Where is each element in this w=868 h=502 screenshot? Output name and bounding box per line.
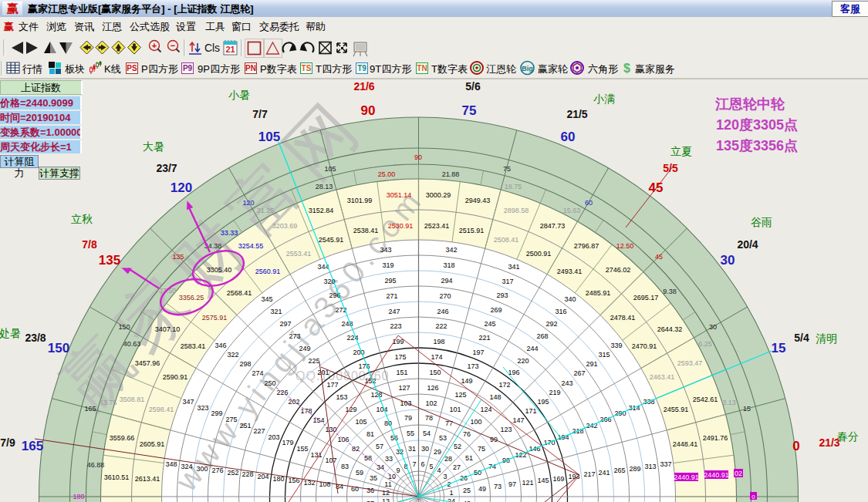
svg-text:春分: 春分 [837, 430, 859, 443]
svg-text:2568.41: 2568.41 [227, 289, 252, 297]
svg-text:21: 21 [225, 45, 235, 54]
svg-text:169: 169 [552, 475, 564, 483]
svg-text:251: 251 [239, 422, 251, 430]
svg-text:2485.91: 2485.91 [586, 289, 611, 297]
svg-text:5: 5 [429, 463, 433, 470]
svg-text:28: 28 [444, 455, 452, 463]
svg-text:147: 147 [512, 416, 524, 424]
svg-text:2583.41: 2583.41 [181, 342, 206, 350]
svg-text:244: 244 [526, 345, 538, 352]
svg-text:3407.10: 3407.10 [155, 325, 181, 333]
svg-text:148: 148 [489, 393, 501, 401]
svg-text:324: 324 [181, 463, 192, 470]
svg-text:97: 97 [508, 480, 516, 488]
svg-text:337: 337 [660, 460, 671, 468]
svg-text:150: 150 [48, 341, 69, 355]
svg-text:60: 60 [351, 485, 359, 493]
svg-text:346: 346 [214, 342, 226, 349]
svg-text:2644.32: 2644.32 [657, 325, 683, 333]
svg-text:−: − [171, 41, 175, 50]
svg-text:2463.41: 2463.41 [650, 373, 675, 381]
svg-text:谷雨: 谷雨 [751, 216, 772, 228]
svg-text:02: 02 [735, 470, 742, 477]
svg-text:323: 323 [197, 404, 208, 412]
svg-text:55: 55 [407, 430, 414, 437]
svg-text:271: 271 [386, 292, 397, 300]
svg-text:297: 297 [279, 320, 291, 328]
svg-text:54: 54 [423, 430, 431, 437]
svg-text:107: 107 [325, 457, 336, 464]
svg-text:318: 318 [443, 261, 454, 269]
svg-text:3000.29: 3000.29 [426, 191, 451, 199]
svg-text:3508.81: 3508.81 [120, 396, 145, 403]
svg-text:124: 124 [480, 406, 491, 413]
svg-text:23/7: 23/7 [156, 162, 177, 174]
svg-text:Cls: Cls [204, 42, 220, 54]
svg-text:PN: PN [245, 64, 256, 72]
svg-text:340: 340 [564, 295, 576, 303]
svg-text:131: 131 [310, 451, 322, 459]
svg-text:46.88: 46.88 [87, 461, 105, 469]
svg-text:7: 7 [412, 460, 416, 468]
svg-text:268: 268 [536, 332, 548, 340]
svg-text:2455.91: 2455.91 [664, 406, 689, 413]
svg-text:180: 180 [73, 493, 84, 500]
svg-text:120: 120 [171, 180, 192, 195]
svg-text:57: 57 [376, 443, 383, 450]
svg-text:40.63: 40.63 [123, 340, 141, 348]
svg-text:2440.91: 2440.91 [674, 473, 699, 481]
svg-text:300: 300 [196, 465, 208, 473]
svg-text:7/9: 7/9 [0, 436, 15, 449]
svg-text:49: 49 [478, 485, 486, 493]
svg-text:316: 316 [555, 308, 566, 315]
svg-text:33: 33 [385, 455, 393, 463]
svg-text:121: 121 [522, 479, 533, 487]
svg-text:P9: P9 [183, 64, 193, 72]
svg-text:172: 172 [498, 381, 510, 389]
svg-text:130: 130 [325, 426, 336, 433]
svg-text:293: 293 [496, 291, 508, 299]
svg-text:222: 222 [435, 322, 447, 330]
svg-text:250: 250 [264, 379, 275, 387]
svg-text:TS: TS [302, 64, 312, 72]
svg-text:2590.91: 2590.91 [163, 373, 188, 381]
svg-text:60: 60 [561, 130, 576, 144]
svg-text:33.33: 33.33 [221, 229, 238, 237]
svg-text:2538.41: 2538.41 [353, 227, 379, 234]
svg-text:PS: PS [127, 64, 137, 72]
svg-text:341: 341 [508, 263, 519, 271]
svg-text:21.88: 21.88 [442, 170, 460, 178]
svg-text:25: 25 [463, 487, 471, 494]
svg-text:5/5: 5/5 [663, 162, 678, 174]
svg-text:345: 345 [261, 295, 272, 303]
svg-text:28.13: 28.13 [316, 183, 333, 190]
svg-text:31.25: 31.25 [257, 207, 275, 214]
svg-text:79: 79 [404, 414, 412, 422]
svg-text:处暑: 处暑 [0, 327, 21, 339]
svg-text:75: 75 [478, 445, 485, 453]
svg-text:20/4: 20/4 [737, 238, 758, 251]
svg-text:292: 292 [545, 320, 557, 328]
svg-text:21/6: 21/6 [353, 80, 374, 93]
svg-text:220: 220 [517, 357, 529, 365]
svg-text:120度3305点: 120度3305点 [716, 117, 798, 133]
svg-text:217: 217 [583, 470, 595, 478]
svg-text:106: 106 [337, 436, 349, 443]
svg-text:246: 246 [437, 308, 448, 315]
svg-text:2470.91: 2470.91 [632, 342, 657, 350]
svg-text:59: 59 [356, 469, 363, 477]
svg-text:51: 51 [465, 454, 473, 462]
svg-text:344: 344 [317, 263, 329, 271]
svg-text:12.50: 12.50 [616, 242, 634, 250]
svg-text:274: 274 [252, 369, 263, 377]
svg-text:177: 177 [326, 381, 338, 389]
svg-text:9.38: 9.38 [663, 288, 677, 295]
svg-text:11: 11 [384, 480, 391, 488]
svg-text:267: 267 [573, 369, 585, 377]
svg-text:81: 81 [366, 430, 374, 438]
svg-text:198: 198 [433, 338, 444, 345]
svg-text:299: 299 [211, 409, 222, 417]
svg-text:135: 135 [99, 253, 120, 268]
svg-text:9: 9 [396, 467, 400, 474]
svg-text:2613.41: 2613.41 [135, 475, 160, 483]
